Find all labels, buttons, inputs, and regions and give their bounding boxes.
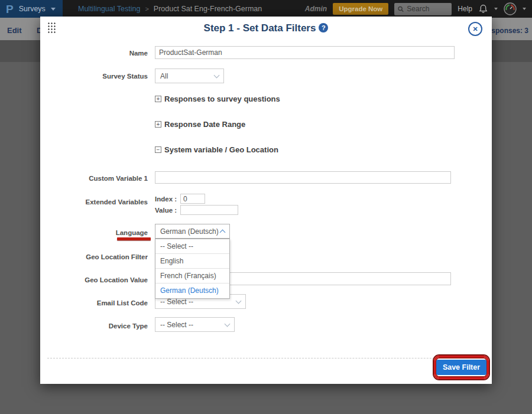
index-label: Index : bbox=[155, 195, 177, 203]
expand-plus-icon[interactable] bbox=[155, 121, 161, 128]
language-select[interactable]: German (Deutsch) bbox=[155, 224, 230, 239]
account-gauge-avatar[interactable] bbox=[504, 2, 517, 15]
survey-status-select[interactable]: All bbox=[155, 69, 224, 83]
chevron-down-icon bbox=[51, 8, 56, 11]
language-options-list: -- Select -- English French (Français) G… bbox=[155, 239, 230, 299]
red-highlight-annotation: Save Filter bbox=[434, 356, 489, 379]
name-label: Name bbox=[40, 50, 148, 57]
collapse-minus-icon[interactable] bbox=[155, 146, 161, 153]
search-input[interactable] bbox=[407, 5, 448, 13]
breadcrumb-parent-link[interactable]: Multilingual Testing bbox=[78, 5, 140, 13]
custom-variable-1-input[interactable] bbox=[155, 171, 451, 184]
questionpro-logo: P bbox=[6, 4, 14, 15]
chevron-down-icon bbox=[225, 321, 231, 327]
index-input[interactable] bbox=[180, 194, 205, 204]
chevron-down-icon bbox=[214, 72, 220, 78]
dialog-title: Step 1 - Set Data Filters bbox=[40, 22, 492, 34]
geo-location-filter-label: Geo Location Filter bbox=[40, 253, 148, 260]
admin-label: Admin bbox=[305, 5, 327, 13]
surveys-menu[interactable]: Surveys bbox=[19, 5, 46, 13]
save-filter-button[interactable]: Save Filter bbox=[436, 360, 486, 375]
extended-variables-label: Extended Variables bbox=[40, 198, 148, 206]
tab-edit[interactable]: Edit bbox=[7, 26, 22, 35]
section-system-variable-geo[interactable]: System variable / Geo Location bbox=[155, 145, 278, 154]
upgrade-now-button[interactable]: Upgrade Now bbox=[333, 3, 388, 15]
email-list-code-label: Email List Code bbox=[40, 299, 148, 307]
section-responses-to-questions[interactable]: Responses to survey questions bbox=[155, 94, 280, 103]
search-box[interactable] bbox=[394, 3, 452, 15]
footer-divider bbox=[47, 358, 485, 358]
product-switcher[interactable]: P Surveys bbox=[0, 0, 63, 18]
section-response-date-range[interactable]: Response Date Range bbox=[155, 120, 245, 129]
top-navigation-bar: P Surveys Multilingual Testing > Product… bbox=[0, 0, 532, 18]
breadcrumb-current: Product Sat Eng-French-German bbox=[154, 5, 262, 13]
breadcrumb: Multilingual Testing > Product Sat Eng-F… bbox=[78, 5, 262, 13]
survey-status-label: Survey Status bbox=[40, 73, 148, 80]
chevron-down-icon bbox=[236, 298, 242, 304]
custom-variable-1-label: Custom Variable 1 bbox=[40, 175, 148, 182]
set-data-filters-dialog: Step 1 - Set Data Filters Name Survey St… bbox=[40, 17, 492, 384]
device-type-label: Device Type bbox=[40, 322, 148, 330]
notifications-bell-icon[interactable] bbox=[478, 4, 488, 14]
breadcrumb-separator: > bbox=[145, 5, 148, 12]
expand-plus-icon[interactable] bbox=[155, 96, 161, 102]
value-input[interactable] bbox=[180, 205, 238, 215]
chevron-down-icon[interactable] bbox=[523, 8, 526, 10]
language-option[interactable]: -- Select -- bbox=[155, 239, 229, 254]
chevron-down-icon[interactable] bbox=[494, 8, 498, 10]
language-label: Language bbox=[40, 229, 148, 236]
help-icon[interactable] bbox=[319, 23, 328, 32]
search-icon bbox=[398, 6, 404, 12]
language-option-selected[interactable]: German (Deutsch) bbox=[155, 283, 229, 298]
name-input[interactable] bbox=[155, 46, 455, 59]
help-link[interactable]: Help bbox=[458, 5, 472, 13]
device-type-select[interactable]: -- Select -- bbox=[155, 317, 235, 332]
red-underline-annotation bbox=[117, 237, 151, 240]
geo-location-value-label: Geo Location Value bbox=[40, 276, 148, 283]
chevron-up-icon bbox=[220, 230, 226, 236]
close-icon[interactable] bbox=[468, 22, 482, 36]
value-label: Value : bbox=[155, 207, 177, 214]
language-option[interactable]: French (Français) bbox=[155, 269, 229, 283]
language-option[interactable]: English bbox=[155, 254, 229, 269]
